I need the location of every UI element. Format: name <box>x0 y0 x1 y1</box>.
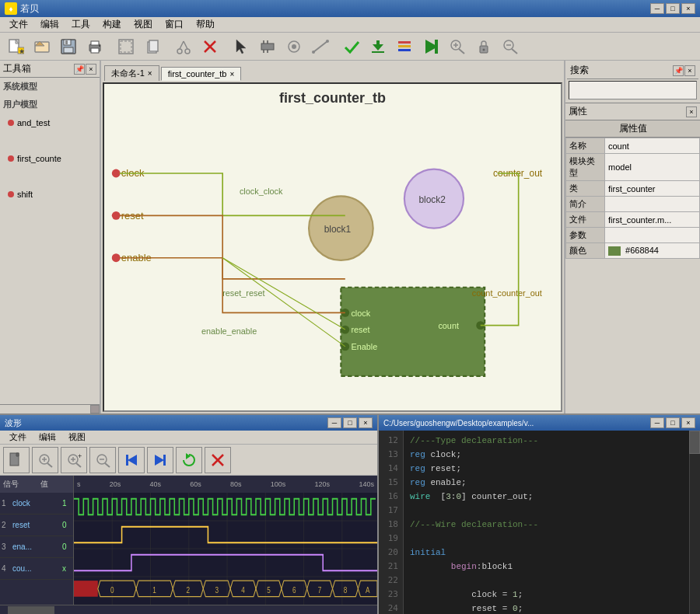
tab-first-counter-tb-label: first_counter_tb <box>168 69 227 78</box>
toolbox-item-label: first_counte <box>17 154 61 163</box>
close-button[interactable]: × <box>681 3 695 14</box>
line-num-18: 18 <box>379 518 403 532</box>
toolbox-item-first-counter[interactable]: first_counte <box>3 152 96 165</box>
code-maximize-button[interactable]: □ <box>666 417 680 428</box>
search-pin-button[interactable]: 📌 <box>673 65 684 76</box>
menu-file[interactable]: 文件 <box>3 16 34 33</box>
zoom-out-button[interactable] <box>498 35 523 58</box>
menu-build[interactable]: 构建 <box>96 16 128 33</box>
wave-zoom-in-btn[interactable]: + <box>61 447 87 473</box>
run-button[interactable] <box>418 35 443 58</box>
svg-rect-37 <box>376 40 380 46</box>
cut-button[interactable] <box>171 35 196 58</box>
code-close-button[interactable]: × <box>681 417 695 428</box>
wave-sig-name-enable: ena... <box>11 542 61 551</box>
toolbox-item-shift[interactable]: shift <box>3 188 96 201</box>
wave-sig-reset: 2 reset 0 <box>0 515 73 536</box>
toolbox-item-and-test[interactable]: and_test <box>3 117 96 129</box>
line-num-19: 19 <box>379 532 403 546</box>
minimize-button[interactable]: ─ <box>650 3 664 14</box>
props-header-label: 属性值 <box>565 120 700 138</box>
maximize-button[interactable]: □ <box>666 3 680 14</box>
title-bar: ♦ 若贝 ─ □ × <box>0 0 700 17</box>
menu-view[interactable]: 视图 <box>128 16 159 33</box>
prop-row-color: 颜色 #668844 <box>566 243 700 259</box>
pointer-button[interactable] <box>229 35 254 58</box>
svg-rect-26 <box>261 44 274 50</box>
wave-back-btn[interactable] <box>118 447 145 473</box>
wire-button[interactable] <box>308 35 333 58</box>
wave-refresh-btn[interactable] <box>176 447 202 473</box>
search-close-button[interactable]: × <box>684 65 695 76</box>
toolbox-scrollbar[interactable] <box>0 404 100 413</box>
toolbox-pin-button[interactable]: 📌 <box>74 64 85 75</box>
zoom-in-button[interactable] <box>445 35 470 58</box>
system-model-section: 系统模型 <box>0 78 100 96</box>
props-header-bar: 属性 × <box>565 103 700 120</box>
wave-stop-btn[interactable] <box>205 447 231 473</box>
wave-zoom-btn[interactable] <box>32 447 58 473</box>
code-minimize-button[interactable]: ─ <box>650 417 664 428</box>
tab-unnamed-close[interactable]: × <box>148 69 152 78</box>
menu-window[interactable]: 窗口 <box>159 16 190 33</box>
svg-text:4: 4 <box>241 586 245 595</box>
props-close-button[interactable]: × <box>686 106 697 117</box>
wave-file-btn[interactable] <box>3 447 30 473</box>
delete-button[interactable] <box>198 35 222 58</box>
open-button[interactable] <box>30 35 54 58</box>
clock-wire <box>120 173 345 215</box>
copy-button[interactable] <box>140 35 165 58</box>
wave-scrollbar[interactable] <box>0 605 377 614</box>
menu-edit[interactable]: 编辑 <box>34 16 65 33</box>
wave-zoom-out-btn[interactable] <box>89 447 116 473</box>
svg-point-20 <box>185 49 190 54</box>
tab-unnamed[interactable]: 未命名-1 × <box>104 65 159 81</box>
toolbox-close-button[interactable]: × <box>86 64 96 75</box>
wave-close-button[interactable]: × <box>359 417 373 428</box>
inner-enable-label: Enable <box>351 342 377 351</box>
menu-help[interactable]: 帮助 <box>190 16 221 33</box>
time-mark-20: 20s <box>110 480 121 488</box>
wave-maximize-button[interactable]: □ <box>343 417 357 428</box>
download-button[interactable] <box>366 35 390 58</box>
wave-minimize-button[interactable]: ─ <box>327 417 341 428</box>
wave-sig-val-enable: 0 <box>61 542 73 551</box>
toolbox-panel: 工具箱 📌 × 系统模型 用户模型 and_test first_counte <box>0 61 101 413</box>
wave-fwd-btn[interactable] <box>147 447 173 473</box>
wave-menu-view[interactable]: 视图 <box>62 430 92 445</box>
code-scrollbar[interactable] <box>689 431 700 614</box>
canvas-svg: clock reset enable block1 block2 <box>104 107 561 412</box>
center-area: 未命名-1 × first_counter_tb × first_counter… <box>101 61 564 413</box>
code-lines-area[interactable]: //---Type declearation--- reg clock; reg… <box>404 431 689 614</box>
enable-enable-label: enable_enable <box>201 326 257 336</box>
code-line-19 <box>410 532 683 546</box>
search-input-area[interactable] <box>569 81 697 99</box>
tab-first-counter-tb-close[interactable]: × <box>229 70 234 78</box>
svg-text:8: 8 <box>344 586 348 595</box>
toolbox-scroll: and_test first_counte shift <box>0 113 100 404</box>
save-button[interactable] <box>56 35 81 58</box>
wave-menu-file[interactable]: 文件 <box>3 430 33 445</box>
tab-first-counter-tb[interactable]: first_counter_tb × <box>161 67 242 81</box>
print-button[interactable] <box>82 35 107 58</box>
toolbox-header: 工具箱 📌 × <box>0 61 100 78</box>
page-button[interactable] <box>114 35 138 58</box>
prop-row-intro: 简介 <box>566 197 700 212</box>
new-button[interactable]: ★ <box>3 35 28 58</box>
prop-val-color: #668844 <box>605 243 700 259</box>
svg-line-51 <box>512 49 517 54</box>
wave-menu: 文件 编辑 视图 <box>0 431 377 445</box>
dot-icon <box>8 120 14 126</box>
svg-text:+: + <box>78 452 82 460</box>
component-button[interactable] <box>255 35 280 58</box>
line-num-13: 13 <box>379 448 403 462</box>
svg-rect-40 <box>398 45 411 47</box>
check-button[interactable] <box>339 35 364 58</box>
wave-menu-edit[interactable]: 编辑 <box>33 430 62 445</box>
wave-title-bar: 波形 ─ □ × <box>0 415 377 431</box>
menu-tools[interactable]: 工具 <box>65 16 96 33</box>
port-button[interactable] <box>282 35 306 58</box>
stack-button[interactable] <box>392 35 417 58</box>
right-panel: 搜索 📌 × 属性 × 属性值 名称 count <box>564 61 700 413</box>
lock-button[interactable] <box>471 35 496 58</box>
